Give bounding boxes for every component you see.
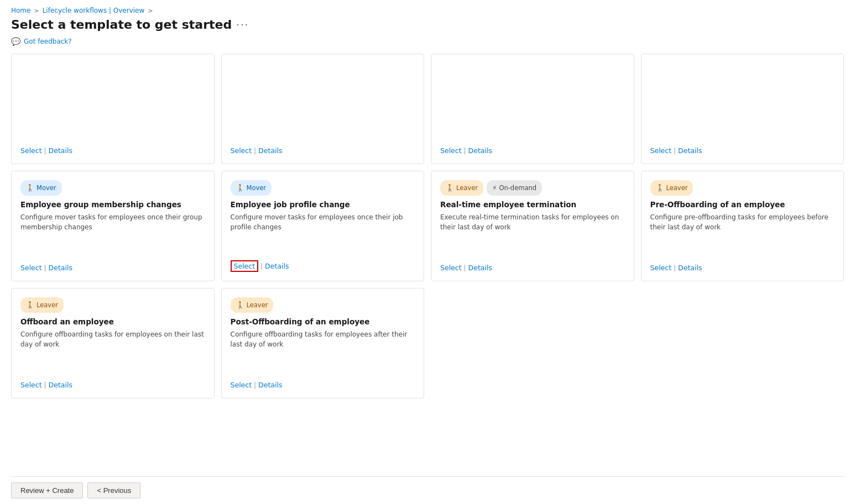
details-link-1[interactable]: Details [49,146,72,155]
details-link-9[interactable]: Details [49,381,72,389]
card-desc-2 [231,86,415,132]
select-link-4[interactable]: Select [650,146,672,155]
select-link-8[interactable]: Select [650,264,672,272]
card-title-5: Employee group membership changes [20,200,205,209]
badge-leaver: 🚶Leaver [650,180,694,196]
card-footer-1: Select|Details [20,141,205,155]
breadcrumb-home[interactable]: Home [11,7,30,14]
template-card-2: Select|Details [221,54,425,164]
select-link-1[interactable]: Select [20,146,42,155]
select-link-9[interactable]: Select [20,381,42,389]
card-badges-8: 🚶Leaver [650,180,835,196]
card-title-8: Pre-Offboarding of an employee [650,200,835,209]
badge-leaver: 🚶Leaver [440,180,483,196]
breadcrumb-lifecycle[interactable]: Lifecycle workflows | Overview [43,7,145,14]
card-desc-3 [440,86,625,132]
details-link-3[interactable]: Details [468,146,492,155]
card-sep-7: | [464,264,466,272]
badge-leaver: 🚶Leaver [20,297,64,313]
more-options-button[interactable]: ··· [236,19,249,30]
page-title: Select a template to get started [11,18,232,32]
card-sep-8: | [674,264,676,272]
details-link-4[interactable]: Details [678,146,702,155]
card-sep-4: | [674,147,676,155]
template-card-5: 🚶MoverEmployee group membership changesC… [11,171,215,281]
breadcrumb: Home > Lifecycle workflows | Overview > [11,0,844,18]
card-badges-4 [650,63,835,78]
cards-grid: Select|DetailsSelect|DetailsSelect|Detai… [11,54,844,405]
page-header: Select a template to get started ··· [11,18,844,32]
card-sep-9: | [44,381,46,389]
leaver-badge-icon: 🚶 [236,301,244,309]
details-link-7[interactable]: Details [468,264,492,272]
leaver-badge-label: Leaver [666,184,688,192]
card-desc-10: Configure offboarding tasks for employee… [231,329,415,366]
template-card-4: Select|Details [641,54,844,164]
card-badges-5: 🚶Mover [20,180,205,196]
card-footer-7: Select|Details [440,258,625,272]
card-desc-6: Configure mover tasks for employees once… [231,212,415,246]
select-link-3[interactable]: Select [440,146,462,155]
card-desc-7: Execute real-time termination tasks for … [440,212,625,249]
ondemand-badge-icon: ⚡ [492,184,497,192]
breadcrumb-sep-2: > [148,7,153,14]
details-link-2[interactable]: Details [258,146,282,155]
card-sep-6: | [260,262,263,270]
details-link-10[interactable]: Details [258,381,282,389]
card-footer-10: Select|Details [231,375,415,389]
bottom-bar: Review + Create < Previous [11,476,844,504]
badge-leaver: 🚶Leaver [231,297,274,313]
details-link-8[interactable]: Details [678,264,702,272]
card-sep-10: | [254,381,256,389]
feedback-label: Got feedback? [24,38,72,45]
card-title-9: Offboard an employee [20,317,205,326]
card-footer-9: Select|Details [20,375,205,389]
select-link-5[interactable]: Select [20,264,42,272]
card-footer-3: Select|Details [440,141,625,155]
card-sep-5: | [44,264,46,272]
details-link-6[interactable]: Details [265,262,289,270]
mover-badge-label: Mover [37,184,56,192]
card-footer-6: Select|Details [231,255,415,272]
card-badges-9: 🚶Leaver [20,297,205,313]
review-create-button[interactable]: Review + Create [11,482,83,498]
select-link-2[interactable]: Select [231,146,252,155]
card-sep-2: | [254,147,256,155]
badge-ondemand: ⚡On-demand [487,180,542,196]
mover-badge-icon: 🚶 [26,184,34,192]
leaver-badge-icon: 🚶 [26,301,34,309]
template-card-6: 🚶MoverEmployee job profile changeConfigu… [221,171,425,281]
card-badges-2 [231,63,415,78]
card-desc-9: Configure offboarding tasks for employee… [20,329,205,366]
template-card-10: 🚶LeaverPost-Offboarding of an employeeCo… [221,288,425,398]
details-link-5[interactable]: Details [49,264,72,272]
card-sep-1: | [44,147,46,155]
leaver-badge-icon: 🚶 [446,184,454,192]
leaver-badge-label: Leaver [247,301,268,309]
select-link-7[interactable]: Select [440,264,462,272]
previous-button[interactable]: < Previous [87,482,140,498]
feedback-bar[interactable]: 💬 Got feedback? [11,37,844,46]
card-desc-4 [650,86,835,132]
card-footer-4: Select|Details [650,141,835,155]
select-link-6[interactable]: Select [231,260,259,272]
template-card-9: 🚶LeaverOffboard an employeeConfigure off… [11,288,215,398]
select-link-10[interactable]: Select [231,381,252,389]
template-card-8: 🚶LeaverPre-Offboarding of an employeeCon… [641,171,844,281]
card-badges-3 [440,63,625,78]
ondemand-badge-label: On-demand [499,184,536,192]
card-badges-10: 🚶Leaver [231,297,415,313]
card-title-10: Post-Offboarding of an employee [231,317,415,326]
template-card-1: Select|Details [11,54,215,164]
card-badges-7: 🚶Leaver⚡On-demand [440,180,625,196]
template-card-3: Select|Details [431,54,634,164]
cards-area: Select|DetailsSelect|DetailsSelect|Detai… [11,54,844,474]
leaver-badge-label: Leaver [456,184,478,192]
leaver-badge-icon: 🚶 [656,184,664,192]
card-sep-3: | [464,147,466,155]
card-desc-1 [20,86,205,132]
template-card-7: 🚶Leaver⚡On-demandReal-time employee term… [431,171,634,281]
card-title-7: Real-time employee termination [440,200,625,209]
card-badges-1 [20,63,205,78]
card-footer-2: Select|Details [231,141,415,155]
